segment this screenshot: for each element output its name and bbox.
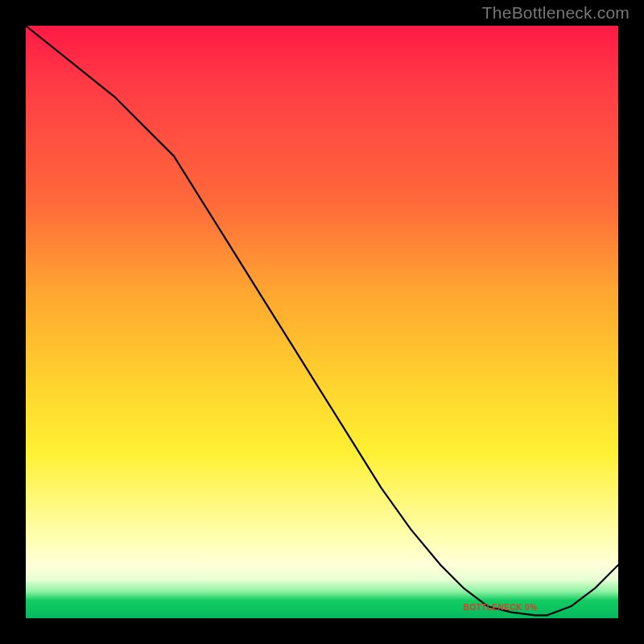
chart-frame: TheBottleneck.com BOTTLENECK 0%: [0, 0, 644, 644]
zero-bottleneck-label: BOTTLENECK 0%: [464, 603, 538, 612]
watermark-text: TheBottleneck.com: [482, 3, 630, 23]
bottleneck-curve: [26, 26, 618, 618]
plot-area: BOTTLENECK 0%: [26, 26, 618, 618]
